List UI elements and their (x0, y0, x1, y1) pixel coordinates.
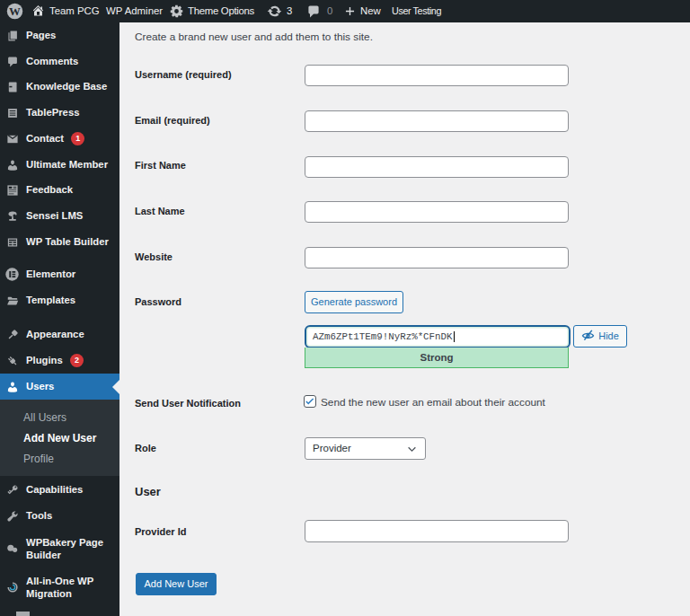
svg-text:W: W (9, 5, 21, 18)
